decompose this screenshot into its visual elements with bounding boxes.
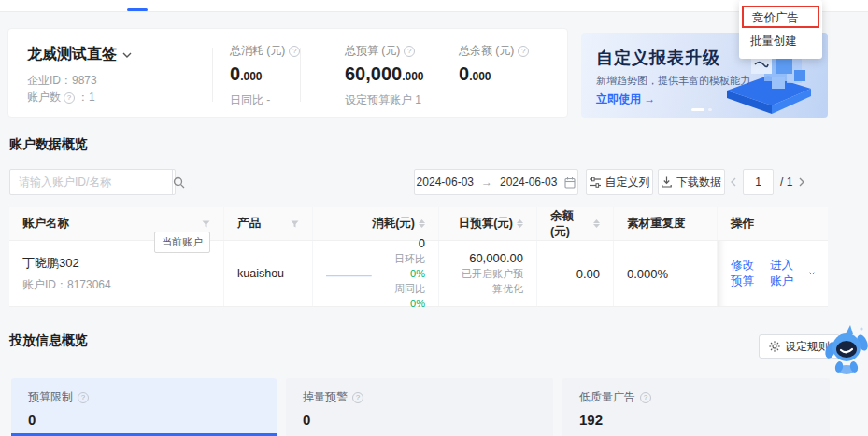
row-account-name[interactable]: 丁晓鹏302: [22, 255, 111, 272]
header-balance: 余额(元): [537, 207, 614, 240]
sliders-icon: [590, 177, 601, 188]
banner-title: 自定义报表升级: [596, 47, 720, 69]
account-name: 龙威测试直签: [27, 45, 117, 64]
help-icon[interactable]: ?: [289, 46, 300, 57]
download-icon: [662, 176, 672, 188]
cell-account-name: 丁晓鹏302 账户ID：8173064 当前账户: [9, 241, 224, 306]
help-icon[interactable]: ?: [64, 92, 75, 104]
row-account-id: 账户ID：8173064: [22, 277, 111, 293]
daily-budget-value: 60,000.00: [452, 251, 523, 266]
stat-value: 60,000.000: [345, 63, 424, 87]
account-overview-card: 龙威测试直签 企业ID：9873 账户数 ? ：1 总消耗 (元) ? 0.00…: [7, 28, 568, 118]
carousel-dot[interactable]: [708, 108, 712, 111]
set-rules-label: 设定规则: [785, 339, 830, 355]
metric-value: 192: [579, 412, 813, 428]
stat-label: 总预算 (元): [345, 43, 400, 59]
search-button[interactable]: [172, 170, 185, 194]
company-id: 企业ID：9873: [27, 73, 97, 89]
spend-wow: 0%: [410, 298, 425, 309]
cell-daily-budget: 60,000.00 已开启账户预算优化: [439, 241, 537, 306]
stat-sub: 日同比 -: [230, 92, 300, 108]
metric-value: 0: [28, 412, 260, 428]
cell-product: kuaishou: [224, 241, 313, 306]
carousel-dots[interactable]: [691, 108, 712, 111]
metric-label: 掉量预警: [303, 389, 348, 405]
budget-optimization-note: 已开启账户预算优化: [452, 266, 523, 296]
table-row: 丁晓鹏302 账户ID：8173064 当前账户 kuaishou 0 日环比 …: [9, 241, 828, 307]
active-tab-indicator: [127, 8, 148, 11]
header-product: 产品: [224, 207, 313, 240]
date-start: 2024-06-03: [417, 176, 474, 189]
carousel-dot-active[interactable]: [691, 108, 704, 111]
help-icon[interactable]: ?: [78, 392, 89, 403]
assistant-mascot-icon[interactable]: [825, 322, 868, 376]
account-search: [9, 169, 176, 195]
date-end: 2024-06-03: [500, 176, 557, 189]
spend-sparkline: [326, 268, 372, 279]
header-daily-budget: 日预算(元): [439, 207, 537, 240]
delivery-section-title: 投放信息概览: [9, 332, 88, 349]
current-account-badge: 当前账户: [154, 232, 210, 253]
custom-columns-label: 自定义列: [605, 175, 650, 190]
pagination: / 1: [730, 169, 805, 195]
cell-actions: 修改预算 进入账户: [718, 241, 828, 306]
menu-item-batch-create[interactable]: 批量创建: [739, 31, 822, 53]
filter-icon[interactable]: [202, 220, 210, 228]
search-input[interactable]: [10, 170, 172, 194]
page-total: / 1: [780, 176, 792, 189]
divider: [300, 48, 301, 102]
download-label: 下载数据: [676, 175, 721, 190]
create-dropdown-menu: 竞价广告 批量创建: [739, 0, 822, 59]
account-count-row: 账户数 ? ：1: [27, 90, 95, 105]
prev-page-icon[interactable]: [730, 177, 736, 187]
modify-budget-link[interactable]: 修改预算: [731, 258, 761, 289]
cell-balance: 0.00: [537, 241, 614, 306]
metric-label: 预算限制: [28, 389, 73, 405]
chevron-down-icon: [122, 52, 132, 58]
next-page-icon[interactable]: [799, 177, 805, 187]
help-icon[interactable]: ?: [640, 392, 651, 403]
help-icon[interactable]: ?: [404, 46, 415, 57]
header-spend: 消耗(元): [313, 207, 439, 240]
stat-label: 总消耗 (元): [230, 43, 285, 59]
gear-icon: [769, 341, 780, 352]
help-icon[interactable]: ?: [518, 46, 529, 57]
custom-columns-button[interactable]: 自定义列: [586, 169, 653, 195]
divider: [212, 48, 213, 102]
menu-item-bidding-ads[interactable]: 竞价广告: [742, 6, 819, 28]
metric-label: 低质量广告: [579, 389, 635, 405]
chevron-down-icon[interactable]: [809, 271, 815, 276]
cell-material-dup: 0.000%: [614, 241, 718, 306]
filter-icon[interactable]: [291, 220, 299, 228]
date-arrow: →: [481, 176, 492, 189]
page-number-input[interactable]: [743, 169, 774, 195]
metric-card-volume-drop-alert[interactable]: 掉量预警 ? 0: [286, 378, 553, 436]
enter-account-link[interactable]: 进入账户: [770, 258, 801, 289]
accounts-section-title: 账户数据概览: [9, 136, 88, 153]
metric-card-low-quality-ads[interactable]: 低质量广告 ? 192: [562, 378, 830, 436]
banner-cta-link[interactable]: 立即使用 →: [596, 91, 655, 107]
top-nav-bar: [0, 0, 868, 12]
accounts-table: 账户名称 产品 消耗(元) 日预算(元): [9, 207, 828, 307]
spend-value: 0: [383, 236, 425, 251]
sort-icon[interactable]: [593, 219, 600, 228]
date-range-picker[interactable]: 2024-06-03 → 2024-06-03: [414, 169, 578, 195]
stat-total-spend: 总消耗 (元) ? 0.000 日同比 -: [230, 43, 300, 108]
stat-sub: 设定预算账户 1: [345, 92, 424, 108]
calendar-icon: [564, 176, 576, 189]
account-switcher[interactable]: 龙威测试直签: [27, 45, 132, 64]
search-icon: [173, 176, 185, 189]
help-icon[interactable]: ?: [352, 392, 363, 403]
stat-label: 总余额 (元): [459, 43, 514, 59]
download-data-button[interactable]: 下载数据: [658, 169, 725, 195]
banner-subtitle: 新增趋势图，提供丰富的模板能力: [596, 74, 750, 88]
sort-icon[interactable]: [419, 219, 425, 228]
stat-total-balance: 总余额 (元) ? 0.000: [459, 43, 529, 87]
cell-spend: 0 日环比 0% 周同比 0%: [313, 241, 439, 306]
metric-card-budget-limit[interactable]: 预算限制 ? 0: [11, 378, 277, 436]
sort-icon[interactable]: [517, 219, 523, 228]
header-material-dup: 素材重复度: [614, 207, 718, 240]
stat-value: 0.000: [230, 63, 300, 87]
metric-value: 0: [303, 412, 536, 428]
header-actions: 操作: [718, 207, 828, 240]
